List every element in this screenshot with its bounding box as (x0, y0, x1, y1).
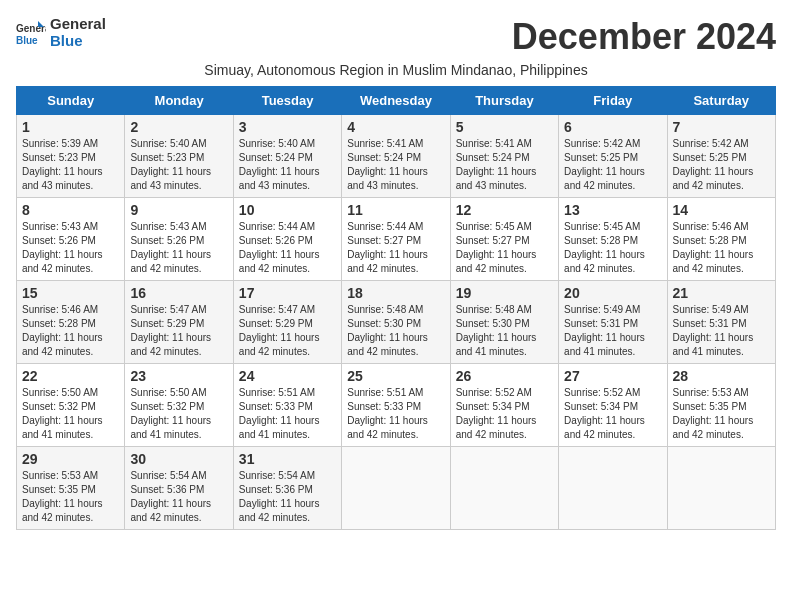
table-row: 7Sunrise: 5:42 AMSunset: 5:25 PMDaylight… (667, 115, 775, 198)
svg-text:Blue: Blue (16, 35, 38, 46)
day-info: Sunrise: 5:50 AMSunset: 5:32 PMDaylight:… (130, 386, 227, 442)
table-row (342, 447, 450, 530)
day-number: 14 (673, 202, 770, 218)
logo-general: General (50, 16, 106, 33)
day-info: Sunrise: 5:46 AMSunset: 5:28 PMDaylight:… (673, 220, 770, 276)
day-number: 28 (673, 368, 770, 384)
table-row: 8Sunrise: 5:43 AMSunset: 5:26 PMDaylight… (17, 198, 125, 281)
day-info: Sunrise: 5:51 AMSunset: 5:33 PMDaylight:… (239, 386, 336, 442)
day-number: 30 (130, 451, 227, 467)
table-row: 16Sunrise: 5:47 AMSunset: 5:29 PMDayligh… (125, 281, 233, 364)
day-number: 29 (22, 451, 119, 467)
day-info: Sunrise: 5:49 AMSunset: 5:31 PMDaylight:… (564, 303, 661, 359)
day-number: 15 (22, 285, 119, 301)
day-info: Sunrise: 5:48 AMSunset: 5:30 PMDaylight:… (347, 303, 444, 359)
table-row: 30Sunrise: 5:54 AMSunset: 5:36 PMDayligh… (125, 447, 233, 530)
day-number: 21 (673, 285, 770, 301)
day-info: Sunrise: 5:52 AMSunset: 5:34 PMDaylight:… (564, 386, 661, 442)
week-row: 29Sunrise: 5:53 AMSunset: 5:35 PMDayligh… (17, 447, 776, 530)
day-info: Sunrise: 5:47 AMSunset: 5:29 PMDaylight:… (239, 303, 336, 359)
calendar-table: Sunday Monday Tuesday Wednesday Thursday… (16, 86, 776, 530)
table-row: 10Sunrise: 5:44 AMSunset: 5:26 PMDayligh… (233, 198, 341, 281)
table-row: 26Sunrise: 5:52 AMSunset: 5:34 PMDayligh… (450, 364, 558, 447)
table-row: 19Sunrise: 5:48 AMSunset: 5:30 PMDayligh… (450, 281, 558, 364)
day-number: 23 (130, 368, 227, 384)
day-info: Sunrise: 5:48 AMSunset: 5:30 PMDaylight:… (456, 303, 553, 359)
day-info: Sunrise: 5:46 AMSunset: 5:28 PMDaylight:… (22, 303, 119, 359)
table-row: 3Sunrise: 5:40 AMSunset: 5:24 PMDaylight… (233, 115, 341, 198)
day-number: 24 (239, 368, 336, 384)
table-row: 25Sunrise: 5:51 AMSunset: 5:33 PMDayligh… (342, 364, 450, 447)
table-row: 18Sunrise: 5:48 AMSunset: 5:30 PMDayligh… (342, 281, 450, 364)
calendar-body: 1Sunrise: 5:39 AMSunset: 5:23 PMDaylight… (17, 115, 776, 530)
table-row: 9Sunrise: 5:43 AMSunset: 5:26 PMDaylight… (125, 198, 233, 281)
table-row: 17Sunrise: 5:47 AMSunset: 5:29 PMDayligh… (233, 281, 341, 364)
general-blue-logo-icon: General Blue (16, 19, 46, 47)
day-info: Sunrise: 5:54 AMSunset: 5:36 PMDaylight:… (239, 469, 336, 525)
table-row: 6Sunrise: 5:42 AMSunset: 5:25 PMDaylight… (559, 115, 667, 198)
logo: General Blue General Blue (16, 16, 106, 49)
calendar-header: Sunday Monday Tuesday Wednesday Thursday… (17, 87, 776, 115)
table-row: 14Sunrise: 5:46 AMSunset: 5:28 PMDayligh… (667, 198, 775, 281)
table-row: 2Sunrise: 5:40 AMSunset: 5:23 PMDaylight… (125, 115, 233, 198)
day-info: Sunrise: 5:53 AMSunset: 5:35 PMDaylight:… (22, 469, 119, 525)
table-row: 28Sunrise: 5:53 AMSunset: 5:35 PMDayligh… (667, 364, 775, 447)
day-info: Sunrise: 5:39 AMSunset: 5:23 PMDaylight:… (22, 137, 119, 193)
day-number: 6 (564, 119, 661, 135)
table-row: 4Sunrise: 5:41 AMSunset: 5:24 PMDaylight… (342, 115, 450, 198)
day-info: Sunrise: 5:41 AMSunset: 5:24 PMDaylight:… (456, 137, 553, 193)
day-number: 13 (564, 202, 661, 218)
table-row: 27Sunrise: 5:52 AMSunset: 5:34 PMDayligh… (559, 364, 667, 447)
header-row: Sunday Monday Tuesday Wednesday Thursday… (17, 87, 776, 115)
day-info: Sunrise: 5:43 AMSunset: 5:26 PMDaylight:… (22, 220, 119, 276)
day-info: Sunrise: 5:42 AMSunset: 5:25 PMDaylight:… (673, 137, 770, 193)
day-number: 26 (456, 368, 553, 384)
day-info: Sunrise: 5:44 AMSunset: 5:27 PMDaylight:… (347, 220, 444, 276)
table-row: 1Sunrise: 5:39 AMSunset: 5:23 PMDaylight… (17, 115, 125, 198)
day-number: 17 (239, 285, 336, 301)
table-row: 24Sunrise: 5:51 AMSunset: 5:33 PMDayligh… (233, 364, 341, 447)
day-info: Sunrise: 5:40 AMSunset: 5:24 PMDaylight:… (239, 137, 336, 193)
day-info: Sunrise: 5:45 AMSunset: 5:27 PMDaylight:… (456, 220, 553, 276)
day-info: Sunrise: 5:52 AMSunset: 5:34 PMDaylight:… (456, 386, 553, 442)
day-info: Sunrise: 5:43 AMSunset: 5:26 PMDaylight:… (130, 220, 227, 276)
month-title: December 2024 (512, 16, 776, 58)
day-info: Sunrise: 5:40 AMSunset: 5:23 PMDaylight:… (130, 137, 227, 193)
logo-blue: Blue (50, 33, 106, 50)
col-saturday: Saturday (667, 87, 775, 115)
col-sunday: Sunday (17, 87, 125, 115)
day-number: 18 (347, 285, 444, 301)
table-row: 29Sunrise: 5:53 AMSunset: 5:35 PMDayligh… (17, 447, 125, 530)
day-number: 7 (673, 119, 770, 135)
table-row: 12Sunrise: 5:45 AMSunset: 5:27 PMDayligh… (450, 198, 558, 281)
subtitle: Simuay, Autonomous Region in Muslim Mind… (16, 62, 776, 78)
table-row: 11Sunrise: 5:44 AMSunset: 5:27 PMDayligh… (342, 198, 450, 281)
table-row: 20Sunrise: 5:49 AMSunset: 5:31 PMDayligh… (559, 281, 667, 364)
day-info: Sunrise: 5:44 AMSunset: 5:26 PMDaylight:… (239, 220, 336, 276)
day-number: 10 (239, 202, 336, 218)
day-number: 20 (564, 285, 661, 301)
day-number: 11 (347, 202, 444, 218)
table-row: 31Sunrise: 5:54 AMSunset: 5:36 PMDayligh… (233, 447, 341, 530)
day-number: 31 (239, 451, 336, 467)
day-info: Sunrise: 5:47 AMSunset: 5:29 PMDaylight:… (130, 303, 227, 359)
week-row: 1Sunrise: 5:39 AMSunset: 5:23 PMDaylight… (17, 115, 776, 198)
day-number: 4 (347, 119, 444, 135)
week-row: 15Sunrise: 5:46 AMSunset: 5:28 PMDayligh… (17, 281, 776, 364)
day-number: 19 (456, 285, 553, 301)
table-row: 5Sunrise: 5:41 AMSunset: 5:24 PMDaylight… (450, 115, 558, 198)
day-info: Sunrise: 5:42 AMSunset: 5:25 PMDaylight:… (564, 137, 661, 193)
day-number: 12 (456, 202, 553, 218)
day-number: 5 (456, 119, 553, 135)
table-row: 15Sunrise: 5:46 AMSunset: 5:28 PMDayligh… (17, 281, 125, 364)
col-thursday: Thursday (450, 87, 558, 115)
table-row: 21Sunrise: 5:49 AMSunset: 5:31 PMDayligh… (667, 281, 775, 364)
col-wednesday: Wednesday (342, 87, 450, 115)
day-number: 1 (22, 119, 119, 135)
day-number: 22 (22, 368, 119, 384)
table-row: 23Sunrise: 5:50 AMSunset: 5:32 PMDayligh… (125, 364, 233, 447)
day-info: Sunrise: 5:49 AMSunset: 5:31 PMDaylight:… (673, 303, 770, 359)
table-row (667, 447, 775, 530)
day-number: 8 (22, 202, 119, 218)
table-row (450, 447, 558, 530)
